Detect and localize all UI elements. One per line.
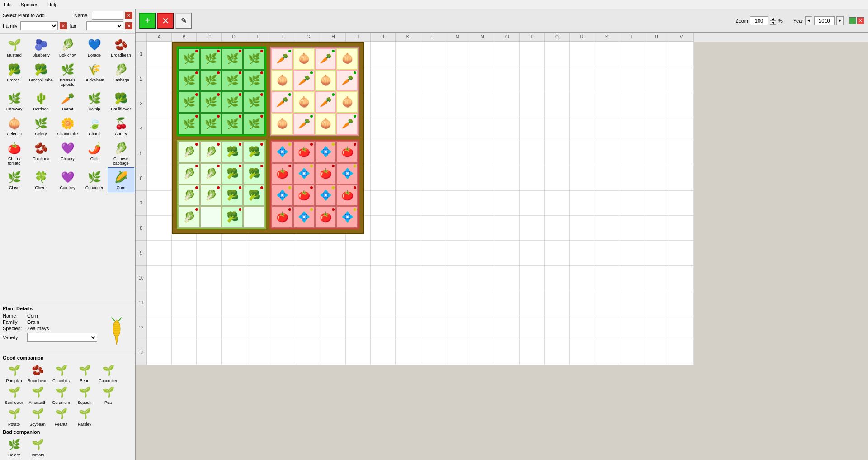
grid-cell-O5[interactable] [495, 141, 520, 166]
grid-cell-J6[interactable] [371, 166, 396, 191]
grid-cell-T12[interactable] [619, 315, 644, 340]
grid-cell-K3[interactable] [396, 91, 420, 116]
grid-cell-G9[interactable] [296, 241, 321, 266]
grid-cell-Q3[interactable] [545, 91, 570, 116]
grid-cell-L5[interactable] [420, 141, 445, 166]
plant-item-broccoli[interactable]: 🥦Broccoli [1, 60, 28, 89]
companion-geranium[interactable]: 🌱Geranium [50, 384, 72, 405]
companion-peanut[interactable]: 🌱Peanut [50, 406, 72, 427]
grid-cell-C6[interactable] [197, 166, 222, 191]
grid-cell-S1[interactable] [594, 42, 619, 66]
grid-cell-S10[interactable] [594, 266, 619, 290]
plant-item-blueberry[interactable]: 🫐Blueberry [28, 35, 54, 60]
grid-cell-M12[interactable] [445, 315, 470, 340]
companion-parsley[interactable]: 🌱Parsley [73, 406, 96, 427]
grid-cell-K1[interactable] [396, 42, 420, 66]
grid-cell-I3[interactable] [346, 91, 371, 116]
grid-cell-D7[interactable] [222, 191, 246, 216]
plant-item-carrot[interactable]: 🥕Carrot [54, 89, 81, 114]
grid-cell-D10[interactable] [222, 266, 246, 290]
grid-cell-T1[interactable] [619, 42, 644, 66]
grid-cell-H4[interactable] [321, 116, 346, 141]
grid-cell-N13[interactable] [470, 340, 495, 365]
companion-pumpkin[interactable]: 🌱Pumpkin [3, 362, 25, 383]
grid-cell-A13[interactable] [147, 340, 172, 365]
grid-cell-V1[interactable] [669, 42, 694, 66]
grid-cell-S8[interactable] [594, 216, 619, 241]
grid-cell-V12[interactable] [669, 315, 694, 340]
grid-cell-M11[interactable] [445, 290, 470, 315]
grid-cell-H7[interactable] [321, 191, 346, 216]
plant-item-celeriac[interactable]: 🧅Celeriac [1, 114, 28, 138]
plant-item-corn[interactable]: 🌽Corn [108, 167, 134, 192]
grid-cell-Q1[interactable] [545, 42, 570, 66]
plant-item-catnip[interactable]: 🌿Catnip [81, 89, 108, 114]
grid-cell-K6[interactable] [396, 166, 420, 191]
grid-cell-T6[interactable] [619, 166, 644, 191]
bad-companion-celery[interactable]: 🌿Celery [3, 436, 25, 457]
grid-cell-J10[interactable] [371, 266, 396, 290]
grid-cell-I2[interactable] [346, 66, 371, 91]
companion-cucurbits[interactable]: 🌱Cucurbits [50, 362, 72, 383]
grid-cell-I1[interactable] [346, 42, 371, 66]
grid-cell-V8[interactable] [669, 216, 694, 241]
grid-cell-A3[interactable] [147, 91, 172, 116]
grid-cell-G2[interactable] [296, 66, 321, 91]
grid-cell-N5[interactable] [470, 141, 495, 166]
grid-cell-L13[interactable] [420, 340, 445, 365]
grid-cell-C13[interactable] [197, 340, 222, 365]
companion-soybean[interactable]: 🌱Soybean [26, 406, 49, 427]
companion-squash[interactable]: 🌱Squash [73, 384, 96, 405]
plant-item-clover[interactable]: 🍀Clover [28, 167, 54, 192]
grid-cell-V13[interactable] [669, 340, 694, 365]
grid-cell-H2[interactable] [321, 66, 346, 91]
grid-cell-J1[interactable] [371, 42, 396, 66]
grid-cell-A1[interactable] [147, 42, 172, 66]
zoom-down-button[interactable]: ▼ [770, 21, 776, 25]
companion-amaranth[interactable]: 🌱Amaranth [26, 384, 49, 405]
grid-cell-F2[interactable] [271, 66, 296, 91]
grid-cell-D3[interactable] [222, 91, 246, 116]
grid-cell-N6[interactable] [470, 166, 495, 191]
grid-cell-N10[interactable] [470, 266, 495, 290]
plant-item-cabbage[interactable]: 🥬Cabbage [108, 60, 134, 89]
grid-cell-U5[interactable] [644, 141, 669, 166]
grid-cell-H1[interactable] [321, 42, 346, 66]
grid-cell-F1[interactable] [271, 42, 296, 66]
grid-cell-F3[interactable] [271, 91, 296, 116]
grid-cell-H6[interactable] [321, 166, 346, 191]
grid-cell-B8[interactable] [172, 216, 197, 241]
grid-cell-A11[interactable] [147, 290, 172, 315]
grid-cell-G5[interactable] [296, 141, 321, 166]
grid-cell-U12[interactable] [644, 315, 669, 340]
grid-cell-T4[interactable] [619, 116, 644, 141]
plant-item-caraway[interactable]: 🌿Caraway [1, 89, 28, 114]
grid-cell-D9[interactable] [222, 241, 246, 266]
plant-item-chili[interactable]: 🌶️Chili [81, 138, 108, 167]
grid-cell-T3[interactable] [619, 91, 644, 116]
grid-cell-B9[interactable] [172, 241, 197, 266]
grid-cell-N12[interactable] [470, 315, 495, 340]
grid-cell-F10[interactable] [271, 266, 296, 290]
grid-cell-G12[interactable] [296, 315, 321, 340]
grid-cell-Q8[interactable] [545, 216, 570, 241]
grid-cell-U2[interactable] [644, 66, 669, 91]
grid-cell-L3[interactable] [420, 91, 445, 116]
grid-cell-J5[interactable] [371, 141, 396, 166]
variety-select[interactable] [27, 333, 97, 342]
grid-cell-I8[interactable] [346, 216, 371, 241]
grid-cell-V4[interactable] [669, 116, 694, 141]
plant-item-chinese-cabbage[interactable]: 🥬Chinese cabbage [108, 138, 134, 167]
grid-cell-J13[interactable] [371, 340, 396, 365]
grid-cell-U6[interactable] [644, 166, 669, 191]
grid-cell-L6[interactable] [420, 166, 445, 191]
grid-cell-E8[interactable] [246, 216, 271, 241]
plant-item-chamomile[interactable]: 🌼Chamomile [54, 114, 81, 138]
grid-cell-U1[interactable] [644, 42, 669, 66]
grid-cell-C2[interactable] [197, 66, 222, 91]
grid-cell-E4[interactable] [246, 116, 271, 141]
grid-cell-F7[interactable] [271, 191, 296, 216]
grid-cell-J11[interactable] [371, 290, 396, 315]
grid-cell-S6[interactable] [594, 166, 619, 191]
plant-item-chive[interactable]: 🌿Chive [1, 167, 28, 192]
